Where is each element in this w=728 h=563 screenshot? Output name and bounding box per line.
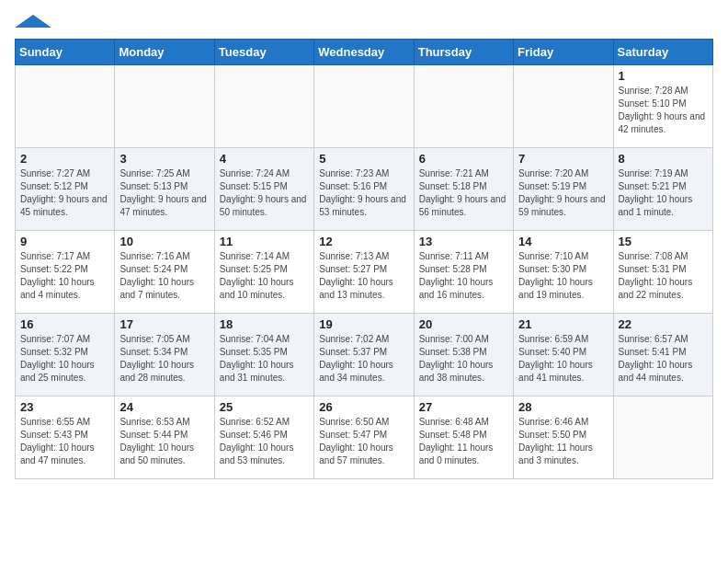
day-info: Sunrise: 7:07 AMSunset: 5:32 PMDaylight:… xyxy=(20,333,109,385)
day-info: Sunrise: 7:08 AMSunset: 5:31 PMDaylight:… xyxy=(619,250,708,302)
day-number: 21 xyxy=(518,317,608,331)
calendar-day-cell: 18Sunrise: 7:04 AMSunset: 5:35 PMDayligh… xyxy=(214,314,313,396)
logo xyxy=(15,15,70,31)
weekday-header-tuesday: Tuesday xyxy=(214,40,313,65)
calendar-day-cell: 20Sunrise: 7:00 AMSunset: 5:38 PMDayligh… xyxy=(414,314,513,396)
day-info: Sunrise: 7:23 AMSunset: 5:16 PMDaylight:… xyxy=(319,167,408,219)
day-number: 9 xyxy=(20,235,109,248)
calendar-day-cell: 26Sunrise: 6:50 AMSunset: 5:47 PMDayligh… xyxy=(314,396,414,479)
calendar-day-cell: 25Sunrise: 6:52 AMSunset: 5:46 PMDayligh… xyxy=(214,396,313,479)
day-info: Sunrise: 7:28 AMSunset: 5:10 PMDaylight:… xyxy=(619,85,708,136)
calendar-day-cell: 24Sunrise: 6:53 AMSunset: 5:44 PMDayligh… xyxy=(115,396,214,479)
day-number: 8 xyxy=(619,152,708,166)
calendar-week-row: 9Sunrise: 7:17 AMSunset: 5:22 PMDaylight… xyxy=(16,231,713,314)
day-number: 1 xyxy=(619,69,708,83)
calendar-day-cell: 23Sunrise: 6:55 AMSunset: 5:43 PMDayligh… xyxy=(16,396,115,479)
day-info: Sunrise: 7:11 AMSunset: 5:28 PMDaylight:… xyxy=(419,250,508,302)
day-number: 13 xyxy=(419,235,508,248)
weekday-header-sunday: Sunday xyxy=(16,40,115,65)
day-info: Sunrise: 7:04 AMSunset: 5:35 PMDaylight:… xyxy=(220,333,309,385)
day-number: 5 xyxy=(319,152,408,166)
calendar-day-cell: 8Sunrise: 7:19 AMSunset: 5:21 PMDaylight… xyxy=(613,148,712,231)
weekday-header-saturday: Saturday xyxy=(613,40,712,65)
calendar-day-cell: 11Sunrise: 7:14 AMSunset: 5:25 PMDayligh… xyxy=(214,231,313,314)
day-number: 20 xyxy=(419,317,508,331)
day-info: Sunrise: 6:55 AMSunset: 5:43 PMDaylight:… xyxy=(20,416,109,467)
day-number: 2 xyxy=(20,152,109,166)
day-info: Sunrise: 7:10 AMSunset: 5:30 PMDaylight:… xyxy=(518,250,608,302)
day-info: Sunrise: 6:57 AMSunset: 5:41 PMDaylight:… xyxy=(619,333,708,385)
page-header xyxy=(15,15,713,31)
calendar-day-cell xyxy=(214,65,313,148)
weekday-header-monday: Monday xyxy=(115,40,214,65)
calendar-day-cell: 13Sunrise: 7:11 AMSunset: 5:28 PMDayligh… xyxy=(414,231,513,314)
day-number: 10 xyxy=(119,235,209,248)
day-info: Sunrise: 6:48 AMSunset: 5:48 PMDaylight:… xyxy=(419,416,508,467)
calendar-day-cell: 10Sunrise: 7:16 AMSunset: 5:24 PMDayligh… xyxy=(115,231,214,314)
calendar-day-cell: 14Sunrise: 7:10 AMSunset: 5:30 PMDayligh… xyxy=(514,231,613,314)
day-number: 6 xyxy=(419,152,508,166)
day-number: 18 xyxy=(220,317,309,331)
calendar-day-cell: 2Sunrise: 7:27 AMSunset: 5:12 PMDaylight… xyxy=(16,148,115,231)
day-info: Sunrise: 6:52 AMSunset: 5:46 PMDaylight:… xyxy=(220,416,309,467)
day-number: 15 xyxy=(619,235,708,248)
calendar-week-row: 2Sunrise: 7:27 AMSunset: 5:12 PMDaylight… xyxy=(16,148,713,231)
calendar-week-row: 16Sunrise: 7:07 AMSunset: 5:32 PMDayligh… xyxy=(16,314,713,396)
day-info: Sunrise: 7:16 AMSunset: 5:24 PMDaylight:… xyxy=(119,250,209,302)
calendar-day-cell: 7Sunrise: 7:20 AMSunset: 5:19 PMDaylight… xyxy=(514,148,613,231)
calendar-day-cell: 5Sunrise: 7:23 AMSunset: 5:16 PMDaylight… xyxy=(314,148,414,231)
day-info: Sunrise: 7:00 AMSunset: 5:38 PMDaylight:… xyxy=(419,333,508,385)
calendar-day-cell xyxy=(414,65,513,148)
weekday-header-wednesday: Wednesday xyxy=(314,40,414,65)
calendar-day-cell xyxy=(514,65,613,148)
calendar-day-cell xyxy=(314,65,414,148)
calendar-day-cell: 22Sunrise: 6:57 AMSunset: 5:41 PMDayligh… xyxy=(613,314,712,396)
day-number: 26 xyxy=(319,400,408,414)
calendar-day-cell: 12Sunrise: 7:13 AMSunset: 5:27 PMDayligh… xyxy=(314,231,414,314)
day-number: 28 xyxy=(518,400,608,414)
day-number: 22 xyxy=(619,317,708,331)
calendar-day-cell: 28Sunrise: 6:46 AMSunset: 5:50 PMDayligh… xyxy=(514,396,613,479)
day-info: Sunrise: 6:53 AMSunset: 5:44 PMDaylight:… xyxy=(119,416,209,467)
day-info: Sunrise: 7:13 AMSunset: 5:27 PMDaylight:… xyxy=(319,250,408,302)
calendar-day-cell: 9Sunrise: 7:17 AMSunset: 5:22 PMDaylight… xyxy=(16,231,115,314)
calendar-day-cell xyxy=(613,396,712,479)
calendar-table: SundayMondayTuesdayWednesdayThursdayFrid… xyxy=(15,39,713,479)
day-number: 17 xyxy=(119,317,209,331)
day-info: Sunrise: 6:50 AMSunset: 5:47 PMDaylight:… xyxy=(319,416,408,467)
calendar-day-cell: 19Sunrise: 7:02 AMSunset: 5:37 PMDayligh… xyxy=(314,314,414,396)
calendar-day-cell: 17Sunrise: 7:05 AMSunset: 5:34 PMDayligh… xyxy=(115,314,214,396)
calendar-day-cell xyxy=(16,65,115,148)
day-info: Sunrise: 7:27 AMSunset: 5:12 PMDaylight:… xyxy=(20,167,109,219)
svg-marker-0 xyxy=(15,15,51,28)
calendar-week-row: 1Sunrise: 7:28 AMSunset: 5:10 PMDaylight… xyxy=(16,65,713,148)
day-info: Sunrise: 7:19 AMSunset: 5:21 PMDaylight:… xyxy=(619,167,708,219)
day-info: Sunrise: 7:20 AMSunset: 5:19 PMDaylight:… xyxy=(518,167,608,219)
day-info: Sunrise: 7:24 AMSunset: 5:15 PMDaylight:… xyxy=(220,167,309,219)
calendar-day-cell: 15Sunrise: 7:08 AMSunset: 5:31 PMDayligh… xyxy=(613,231,712,314)
calendar-day-cell: 27Sunrise: 6:48 AMSunset: 5:48 PMDayligh… xyxy=(414,396,513,479)
calendar-day-cell: 4Sunrise: 7:24 AMSunset: 5:15 PMDaylight… xyxy=(214,148,313,231)
calendar-day-cell: 3Sunrise: 7:25 AMSunset: 5:13 PMDaylight… xyxy=(115,148,214,231)
weekday-header-thursday: Thursday xyxy=(414,40,513,65)
day-number: 14 xyxy=(518,235,608,248)
calendar-week-row: 23Sunrise: 6:55 AMSunset: 5:43 PMDayligh… xyxy=(16,396,713,479)
weekday-header-row: SundayMondayTuesdayWednesdayThursdayFrid… xyxy=(16,40,713,65)
day-number: 24 xyxy=(119,400,209,414)
calendar-day-cell: 1Sunrise: 7:28 AMSunset: 5:10 PMDaylight… xyxy=(613,65,712,148)
calendar-day-cell: 21Sunrise: 6:59 AMSunset: 5:40 PMDayligh… xyxy=(514,314,613,396)
day-number: 19 xyxy=(319,317,408,331)
calendar-day-cell xyxy=(115,65,214,148)
day-number: 23 xyxy=(20,400,109,414)
day-number: 27 xyxy=(419,400,508,414)
day-number: 11 xyxy=(220,235,309,248)
day-number: 12 xyxy=(319,235,408,248)
logo-icon xyxy=(15,15,70,28)
day-info: Sunrise: 7:05 AMSunset: 5:34 PMDaylight:… xyxy=(119,333,209,385)
day-info: Sunrise: 7:14 AMSunset: 5:25 PMDaylight:… xyxy=(220,250,309,302)
day-info: Sunrise: 6:59 AMSunset: 5:40 PMDaylight:… xyxy=(518,333,608,385)
day-info: Sunrise: 7:25 AMSunset: 5:13 PMDaylight:… xyxy=(119,167,209,219)
weekday-header-friday: Friday xyxy=(514,40,613,65)
calendar-day-cell: 6Sunrise: 7:21 AMSunset: 5:18 PMDaylight… xyxy=(414,148,513,231)
calendar-day-cell: 16Sunrise: 7:07 AMSunset: 5:32 PMDayligh… xyxy=(16,314,115,396)
